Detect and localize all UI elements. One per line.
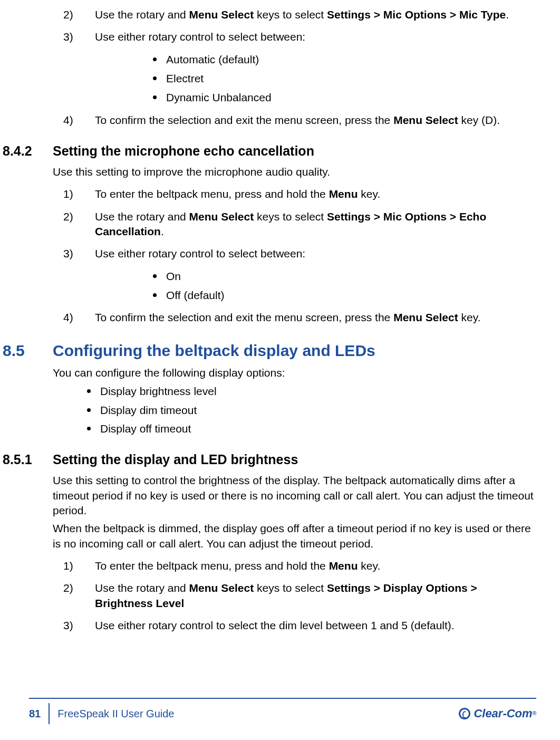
para-851-1: Use this setting to control the brightne… — [53, 473, 536, 518]
heading-85: 8.5 Configuring the beltpack display and… — [0, 340, 536, 362]
step-841-4: 4) To confirm the selection and exit the… — [63, 113, 536, 128]
heading-number: 8.5.1 — [0, 451, 53, 469]
step-841-3: 3) Use either rotary control to select b… — [63, 30, 536, 44]
step-842-2: 2) Use the rotary and Menu Select keys t… — [63, 209, 536, 239]
step-body: Use the rotary and Menu Select keys to s… — [95, 7, 536, 22]
bullet-item: Display dim timeout — [87, 403, 536, 418]
step-851-3: 3) Use either rotary control to select t… — [63, 618, 536, 633]
bullet-item: On — [153, 269, 536, 284]
step-number: 3) — [63, 618, 95, 633]
step-body: Use either rotary control to select betw… — [95, 246, 536, 261]
bullet-icon — [87, 389, 91, 393]
step-body: To enter the beltpack menu, press and ho… — [95, 187, 536, 201]
footer-title: FreeSpeak II User Guide — [50, 707, 174, 721]
bullet-icon — [153, 293, 157, 297]
step-number: 2) — [63, 581, 95, 611]
step-851-1: 1) To enter the beltpack menu, press and… — [63, 559, 536, 573]
step-number: 3) — [63, 246, 95, 261]
logo-icon — [459, 708, 470, 719]
bullet-icon — [153, 95, 157, 99]
step-number: 1) — [63, 559, 95, 573]
bullet-icon — [153, 76, 157, 80]
page-footer: 81 FreeSpeak II User Guide Clear-Com® — [0, 698, 560, 729]
heading-number: 8.5 — [0, 340, 53, 362]
intro-842: Use this setting to improve the micropho… — [53, 165, 536, 179]
step-842-1: 1) To enter the beltpack menu, press and… — [63, 187, 536, 201]
step-842-4: 4) To confirm the selection and exit the… — [63, 310, 536, 325]
bullet-item: Display brightness level — [87, 384, 536, 399]
bullet-item: Off (default) — [153, 288, 536, 303]
registered-icon: ® — [533, 710, 536, 717]
step-body: To confirm the selection and exit the me… — [95, 113, 536, 128]
heading-number: 8.4.2 — [0, 142, 53, 160]
step-number: 1) — [63, 187, 95, 201]
bullet-item: Electret — [153, 71, 536, 86]
step-body: Use either rotary control to select the … — [95, 618, 536, 633]
heading-title: Setting the microphone echo cancellation — [53, 142, 314, 160]
step-number: 2) — [63, 209, 95, 239]
step-body: To confirm the selection and exit the me… — [95, 310, 536, 325]
heading-851: 8.5.1 Setting the display and LED bright… — [0, 451, 536, 469]
bullet-item: Display off timeout — [87, 421, 536, 436]
step-number: 2) — [63, 7, 95, 22]
para-851-2: When the beltpack is dimmed, the display… — [53, 521, 536, 551]
step-number: 4) — [63, 310, 95, 325]
step-851-2: 2) Use the rotary and Menu Select keys t… — [63, 581, 536, 611]
step-842-3: 3) Use either rotary control to select b… — [63, 246, 536, 261]
bullet-item: Automatic (default) — [153, 52, 536, 67]
heading-title: Setting the display and LED brightness — [53, 451, 298, 469]
clearcom-logo: Clear-Com® — [459, 706, 536, 722]
step-body: Use either rotary control to select betw… — [95, 30, 536, 44]
step-body: Use the rotary and Menu Select keys to s… — [95, 209, 536, 239]
footer-divider — [29, 698, 536, 699]
step-number: 4) — [63, 113, 95, 128]
bullet-icon — [87, 408, 91, 412]
intro-85: You can configure the following display … — [53, 366, 536, 380]
heading-title: Configuring the beltpack display and LED… — [53, 340, 375, 362]
bullet-icon — [87, 427, 91, 430]
bullet-item: Dynamic Unbalanced — [153, 90, 536, 105]
step-number: 3) — [63, 30, 95, 44]
heading-842: 8.4.2 Setting the microphone echo cancel… — [0, 142, 536, 160]
step-body: To enter the beltpack menu, press and ho… — [95, 559, 536, 573]
step-841-2: 2) Use the rotary and Menu Select keys t… — [63, 7, 536, 22]
bullet-icon — [153, 274, 157, 278]
bullet-icon — [153, 57, 157, 61]
step-body: Use the rotary and Menu Select keys to s… — [95, 581, 536, 611]
page-number: 81 — [29, 703, 50, 724]
